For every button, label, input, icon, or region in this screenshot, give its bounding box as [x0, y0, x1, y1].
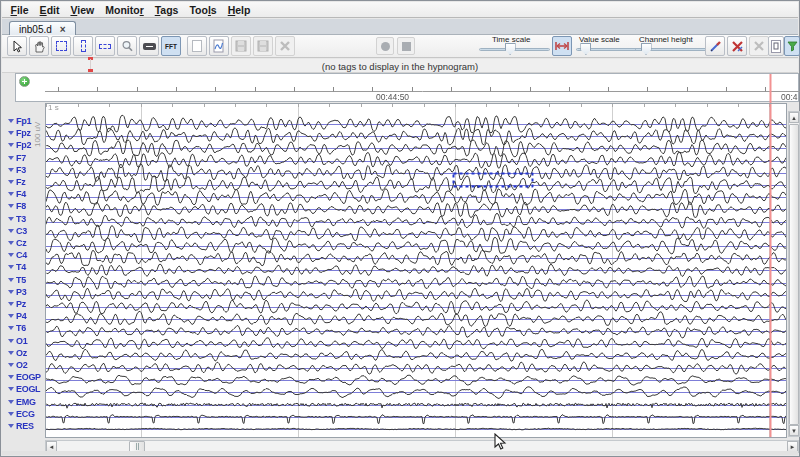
channel-dropdown-icon[interactable]: [8, 253, 14, 257]
channel-dropdown-icon[interactable]: [8, 265, 14, 269]
channel-dropdown-icon[interactable]: [8, 363, 14, 367]
save-button[interactable]: [231, 36, 251, 56]
menu-tags[interactable]: Tags: [149, 4, 184, 16]
scroll-down-button[interactable]: ▼: [789, 425, 799, 436]
channel-label-Fp2[interactable]: Fp2: [8, 140, 31, 150]
channel-dropdown-icon[interactable]: [8, 424, 14, 428]
menu-tools[interactable]: Tools: [184, 4, 222, 16]
channel-dropdown-icon[interactable]: [8, 204, 14, 208]
channel-label-Fz[interactable]: Fz: [8, 177, 25, 187]
channel-label-C4[interactable]: C4: [8, 250, 27, 260]
tab-inb05[interactable]: inb05.d ×: [9, 21, 76, 36]
channel-dropdown-icon[interactable]: [8, 302, 14, 306]
channel-label-ECG[interactable]: ECG: [8, 409, 35, 419]
channel-dropdown-icon[interactable]: [8, 131, 14, 135]
stop-button[interactable]: [397, 37, 415, 55]
vertical-scrollbar[interactable]: ▲ ▼: [788, 111, 800, 437]
channel-label-F4[interactable]: F4: [8, 189, 26, 199]
horizontal-select-tool-button[interactable]: [95, 36, 115, 56]
channel-dropdown-icon[interactable]: [8, 119, 14, 123]
channel-label-EOGP[interactable]: EOGP: [8, 372, 41, 382]
channel-dropdown-icon[interactable]: [8, 278, 14, 282]
channel-dropdown-icon[interactable]: [8, 192, 14, 196]
channel-dropdown-icon[interactable]: [8, 314, 14, 318]
channel-dropdown-icon[interactable]: [8, 217, 14, 221]
tag-position-marker[interactable]: [88, 57, 93, 72]
time-scale-slider[interactable]: Time scale: [479, 38, 551, 56]
menu-edit[interactable]: Edit: [34, 4, 65, 16]
menu-view[interactable]: View: [65, 4, 100, 16]
channel-name: Fp2: [16, 140, 31, 150]
vertical-select-tool-button[interactable]: [73, 36, 93, 56]
channel-label-EOGL[interactable]: EOGL: [8, 384, 40, 394]
save-all-button[interactable]: [253, 36, 273, 56]
channel-dropdown-icon[interactable]: [8, 351, 14, 355]
menu-monitor[interactable]: Monitor: [100, 4, 150, 16]
pointer-tool-button[interactable]: [7, 36, 27, 56]
channel-label-Pz[interactable]: Pz: [8, 299, 26, 309]
channel-dropdown-icon[interactable]: [8, 156, 14, 160]
channel-label-EMG[interactable]: EMG: [8, 397, 36, 407]
channel-label-F7[interactable]: F7: [8, 153, 26, 163]
channel-label-P4[interactable]: P4: [8, 311, 26, 321]
fft-tool-button[interactable]: FFT: [161, 36, 181, 56]
channel-dropdown-icon[interactable]: [8, 180, 14, 184]
channel-name: EMG: [16, 397, 36, 407]
amplitude-scale-label: 100 uV: [33, 122, 42, 147]
tab-close-icon[interactable]: ×: [60, 24, 66, 35]
pan-tool-button[interactable]: [29, 36, 49, 56]
channel-dropdown-icon[interactable]: [8, 229, 14, 233]
channel-dropdown-icon[interactable]: [8, 168, 14, 172]
channel-dropdown-icon[interactable]: [8, 339, 14, 343]
channel-label-Fpz[interactable]: Fpz: [8, 128, 31, 138]
filter-button[interactable]: [784, 36, 800, 56]
channel-label-RES[interactable]: RES: [8, 421, 34, 431]
menu-file[interactable]: File: [5, 4, 34, 16]
channel-dropdown-icon[interactable]: [8, 241, 14, 245]
time-lock-button[interactable]: [552, 36, 572, 56]
channel-label-F3[interactable]: F3: [8, 165, 26, 175]
measure-tool-button[interactable]: [139, 36, 159, 56]
box-select-tool-button[interactable]: [51, 36, 71, 56]
channel-label-Cz[interactable]: Cz: [8, 238, 26, 248]
record-button[interactable]: [376, 37, 394, 55]
tab-title: inb05.d: [19, 24, 52, 35]
channel-label-T4[interactable]: T4: [8, 262, 26, 272]
report-button[interactable]: [768, 36, 784, 56]
annotate-tool-button[interactable]: [705, 36, 725, 56]
new-page-button[interactable]: [187, 36, 207, 56]
channel-label-P3[interactable]: P3: [8, 287, 26, 297]
channel-dropdown-icon[interactable]: [8, 375, 14, 379]
channel-dropdown-icon[interactable]: [8, 326, 14, 330]
scroll-up-button[interactable]: ▲: [789, 112, 799, 123]
channel-dropdown-icon[interactable]: [8, 387, 14, 391]
channel-label-T3[interactable]: T3: [8, 214, 26, 224]
channel-name: Fz: [16, 177, 25, 187]
close-file-button[interactable]: [275, 36, 295, 56]
channel-name: F8: [16, 201, 26, 211]
vertical-scroll-thumb[interactable]: [789, 124, 799, 425]
channel-dropdown-icon[interactable]: [8, 412, 14, 416]
channel-label-F8[interactable]: F8: [8, 201, 26, 211]
channel-name: Oz: [16, 348, 27, 358]
delete-all-button[interactable]: [749, 36, 769, 56]
channel-dropdown-icon[interactable]: [8, 400, 14, 404]
zoom-tool-button[interactable]: [117, 36, 137, 56]
channel-label-O2[interactable]: O2: [8, 360, 27, 370]
signal-page-button[interactable]: [209, 36, 229, 56]
channel-dropdown-icon[interactable]: [8, 290, 14, 294]
channel-name: O1: [16, 336, 27, 346]
channel-label-T6[interactable]: T6: [8, 323, 26, 333]
channel-label-O1[interactable]: O1: [8, 336, 27, 346]
channel-label-Oz[interactable]: Oz: [8, 348, 27, 358]
channel-label-T5[interactable]: T5: [8, 275, 26, 285]
channel-dropdown-icon[interactable]: [8, 143, 14, 147]
menu-help[interactable]: Help: [222, 4, 256, 16]
channel-height-slider[interactable]: Channel height: [635, 38, 715, 56]
channel-label-C3[interactable]: C3: [8, 226, 27, 236]
delete-tag-tool-button[interactable]: [727, 36, 747, 56]
channel-label-Fp1[interactable]: Fp1: [8, 116, 31, 126]
waveform-canvas[interactable]: [46, 104, 786, 437]
channel-name: F3: [16, 165, 26, 175]
record-icon: [381, 42, 390, 51]
